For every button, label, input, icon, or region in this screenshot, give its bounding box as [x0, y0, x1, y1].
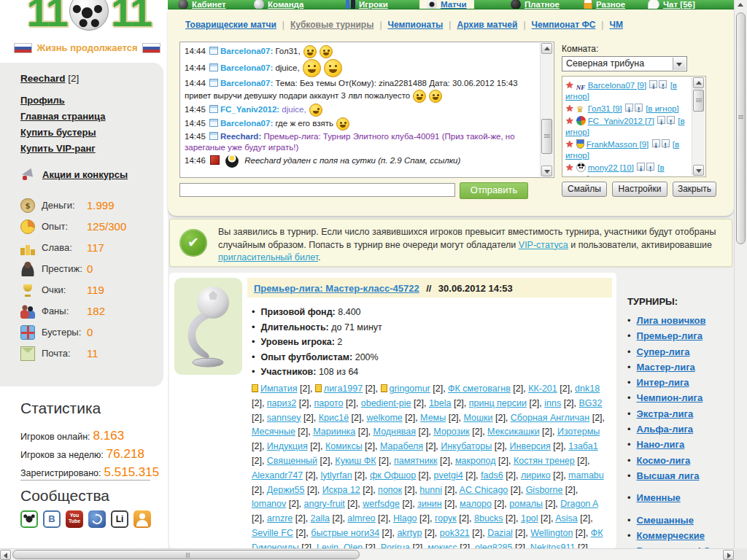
top-nav-chat[interactable]: Чат [56]	[648, 0, 695, 9]
participant-link[interactable]: sannsey	[267, 413, 301, 423]
participant-link[interactable]: 2alla	[311, 513, 330, 524]
participant-link[interactable]: Мемы	[420, 413, 446, 423]
chat-username-link[interactable]: Reechard:	[220, 132, 261, 141]
participant-link[interactable]: ромалы	[509, 499, 543, 509]
participant-link[interactable]: angry-fruit	[304, 499, 345, 509]
tournament-league-link[interactable]: Чемпион-лига	[637, 392, 703, 403]
tournament-league-link[interactable]: Лига новичков	[637, 315, 706, 326]
sub-nav-link[interactable]: Архив матчей	[457, 20, 517, 30]
close-button[interactable]: Закрыть	[673, 182, 716, 197]
participant-link[interactable]: Hlago	[393, 513, 417, 524]
participant-link[interactable]: Крис1ё	[319, 413, 349, 423]
participant-link[interactable]: лига1997	[324, 384, 363, 394]
tournament-league-link[interactable]: Космо-лига	[637, 455, 691, 466]
participant-link[interactable]: Держи55	[267, 485, 305, 495]
participant-link[interactable]: 1заба1	[568, 441, 597, 451]
participant-link[interactable]: Nekitos911	[530, 542, 576, 548]
participant-link[interactable]: ФК сметовагнв	[448, 384, 511, 394]
participant-link[interactable]: AC Chicago	[460, 485, 508, 495]
participant-link[interactable]: hunni	[419, 485, 442, 495]
participant-link[interactable]: mamabu	[568, 470, 604, 481]
top-nav-cabinet[interactable]: Кабинет	[178, 0, 226, 9]
tournament-league-link[interactable]: Альфа-лига	[637, 424, 693, 435]
participant-link[interactable]: Сборная Англичан	[511, 413, 589, 423]
scroll-thumb[interactable]	[693, 90, 704, 112]
info-icon[interactable]	[657, 116, 665, 124]
promos-link[interactable]: Акции и конкурсы	[42, 169, 128, 180]
sub-nav-link[interactable]: ЧМ	[609, 20, 622, 30]
participant-link[interactable]: Комиксы	[325, 441, 363, 451]
participant-link[interactable]: КК-201	[528, 384, 557, 394]
participant-link[interactable]: лирико	[521, 470, 551, 481]
chat-user-link[interactable]: mony22 [10]	[588, 163, 634, 172]
tournament-league-link[interactable]: Нано-лига	[637, 439, 685, 450]
scroll-down-arrow[interactable]	[693, 165, 704, 176]
person-icon[interactable]	[133, 510, 151, 528]
scroll-up-arrow[interactable]	[541, 43, 552, 54]
participant-link[interactable]: макропод	[455, 456, 496, 466]
sub-nav-link[interactable]: Кубковые турниры	[290, 20, 374, 30]
participant-link[interactable]: fads6	[481, 470, 503, 481]
sidebar-menu-link[interactable]: Главная страница	[20, 109, 163, 125]
participant-link[interactable]: париз2	[267, 398, 296, 408]
participant-link[interactable]: almreo	[347, 513, 375, 524]
participant-link[interactable]: Dazial	[487, 528, 513, 538]
participant-link[interactable]: Мошки	[464, 413, 493, 423]
chat-username-link[interactable]: Barcelona07:	[220, 63, 273, 72]
li-icon[interactable]	[111, 510, 128, 528]
chat-input[interactable]	[179, 183, 455, 197]
sub-nav-link[interactable]: Товарищеские матчи	[185, 20, 276, 30]
participant-link[interactable]: Porirua	[381, 542, 410, 548]
room-select[interactable]: Северная трибуна	[562, 56, 687, 71]
scroll-thumb[interactable]	[12, 550, 360, 559]
participant-link[interactable]: welkome	[366, 413, 402, 423]
settings-button[interactable]: Настройки	[612, 182, 667, 197]
participant-link[interactable]: памятникк	[394, 456, 438, 466]
info-icon[interactable]	[637, 163, 645, 171]
smileys-button[interactable]: Смайлы	[562, 182, 607, 197]
participant-link[interactable]: Seville FC	[252, 528, 293, 538]
top-nav-players[interactable]: Игроки	[346, 0, 388, 9]
participant-link[interactable]: werfsdge	[363, 499, 400, 509]
scroll-thumb[interactable]	[736, 12, 746, 244]
complain-icon[interactable]	[659, 80, 667, 88]
participant-link[interactable]: Священный	[267, 456, 317, 466]
participant-link[interactable]: Месячные	[252, 427, 295, 437]
scroll-right-arrow[interactable]	[723, 550, 734, 560]
tournament-league-link[interactable]: Премьер-лига	[637, 330, 703, 341]
invite-ticket-link[interactable]: пригласительный билет	[218, 252, 318, 262]
participant-link[interactable]: Мексикашки	[487, 427, 540, 437]
participant-link[interactable]: Индукция	[267, 441, 308, 451]
sub-nav-link[interactable]: Чемпионаты	[388, 20, 444, 30]
top-nav-matches[interactable]: Матчи	[419, 0, 474, 9]
chat-username-link[interactable]: FC_Yaniv2012:	[220, 105, 279, 114]
participant-link[interactable]: зинин	[417, 499, 442, 509]
chat-user-link[interactable]: Гол31 [9]	[588, 104, 622, 113]
info-icon[interactable]	[649, 80, 657, 88]
participant-link[interactable]: мокисс	[427, 542, 457, 548]
participant-link[interactable]: obedient-pie	[361, 398, 411, 408]
football-icon[interactable]	[20, 510, 38, 528]
participant-link[interactable]: Gisborne	[526, 485, 563, 495]
participant-link[interactable]: Мариинка	[313, 427, 355, 437]
username-link[interactable]: Reechard	[20, 73, 66, 84]
chevron-down-icon[interactable]	[673, 58, 686, 70]
participant-link[interactable]: попок	[378, 485, 402, 495]
vip-status-link[interactable]: VIP-статуса	[519, 240, 568, 250]
chat-user-link[interactable]: FrankMasson [9]	[587, 140, 649, 149]
sub-nav-link[interactable]: Чемпионат ФС	[532, 20, 596, 30]
chat-username-link[interactable]: Barcelona07:	[220, 79, 273, 88]
scroll-up-arrow[interactable]	[693, 77, 704, 88]
tournament-title-link[interactable]: Премьер-лига: Мастер-класс-45722	[254, 283, 419, 294]
complain-icon[interactable]	[646, 163, 654, 171]
participant-link[interactable]: lytlyrfan	[321, 470, 352, 481]
info-icon[interactable]	[652, 139, 660, 147]
participant-link[interactable]: Морозик	[433, 427, 469, 437]
chat-user-link[interactable]: FC_Yaniv2012 [7]	[588, 117, 654, 125]
send-button[interactable]: Отправить	[460, 182, 528, 199]
participant-link[interactable]: 8bucks	[474, 513, 503, 524]
participant-link[interactable]: oleg8285	[475, 542, 512, 548]
chat-user-link[interactable]: Barcelona07 [9]	[588, 81, 647, 90]
participant-link[interactable]: Моднявая	[374, 427, 416, 437]
participant-link[interactable]: фк Офшор	[370, 470, 416, 481]
